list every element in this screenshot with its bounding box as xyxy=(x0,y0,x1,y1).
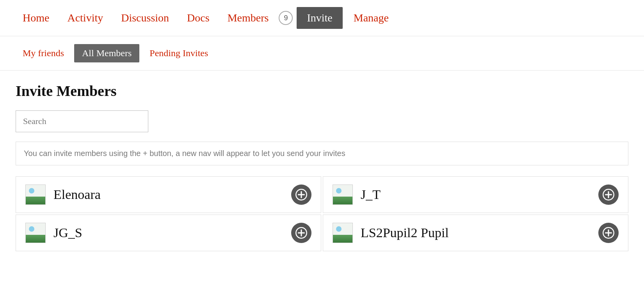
add-member-button-ls2pupil2-pupil[interactable] xyxy=(598,223,619,243)
member-card-jg-s: JG_S xyxy=(16,215,321,251)
tab-my-friends[interactable]: My friends xyxy=(16,44,71,62)
page-title: Invite Members xyxy=(16,82,628,99)
member-avatar-ls2pupil2-pupil xyxy=(333,223,353,243)
member-name-ls2pupil2-pupil: LS2Pupil2 Pupil xyxy=(361,225,591,240)
member-name-elenoara: Elenoara xyxy=(53,187,283,202)
member-avatar-jg-s xyxy=(25,223,46,243)
search-container xyxy=(16,110,628,132)
top-navigation: Home Activity Discussion Docs Members 9 … xyxy=(0,0,644,36)
sub-navigation: My friends All Members Pending Invites xyxy=(0,36,644,71)
member-name-j-t: J_T xyxy=(361,187,591,202)
member-avatar-elenoara xyxy=(25,185,46,205)
nav-manage[interactable]: Manage xyxy=(347,8,396,28)
nav-docs[interactable]: Docs xyxy=(180,8,217,28)
tab-all-members[interactable]: All Members xyxy=(74,44,139,62)
main-content: Invite Members You can invite members us… xyxy=(0,71,644,263)
add-member-button-elenoara[interactable] xyxy=(291,185,311,205)
tab-pending-invites[interactable]: Pending Invites xyxy=(142,44,215,62)
add-member-button-jg-s[interactable] xyxy=(291,223,311,243)
invite-info-text: You can invite members using the + butto… xyxy=(16,142,628,165)
nav-discussion[interactable]: Discussion xyxy=(114,8,176,28)
nav-invite-button[interactable]: Invite xyxy=(297,7,342,29)
members-count-badge: 9 xyxy=(279,11,293,25)
member-card-elenoara: Elenoara xyxy=(16,176,321,213)
nav-home[interactable]: Home xyxy=(16,8,56,28)
member-card-j-t: J_T xyxy=(323,176,628,213)
nav-members-wrapper: Members 9 xyxy=(221,8,293,28)
nav-members[interactable]: Members xyxy=(221,8,276,28)
add-member-button-j-t[interactable] xyxy=(598,185,619,205)
member-name-jg-s: JG_S xyxy=(53,225,283,240)
search-input[interactable] xyxy=(16,110,148,132)
member-card-ls2pupil2-pupil: LS2Pupil2 Pupil xyxy=(323,215,628,251)
nav-activity[interactable]: Activity xyxy=(60,8,110,28)
members-grid: Elenoara J_T JG_S xyxy=(16,176,628,251)
member-avatar-j-t xyxy=(333,185,353,205)
